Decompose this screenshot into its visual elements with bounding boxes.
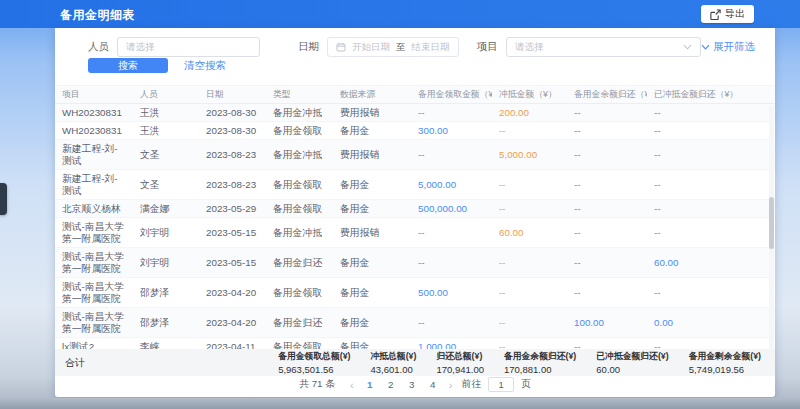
table-cell: 备用金 (333, 200, 411, 217)
expand-filter-link[interactable]: 展开筛选 (701, 40, 755, 54)
table-cell: 备用金冲抵 (266, 146, 333, 163)
search-button[interactable]: 搜索 (88, 58, 168, 73)
table-row[interactable]: WH20230831王洪2023-08-30备用金冲抵费用报销--200.00-… (55, 104, 775, 122)
vertical-scrollbar[interactable] (769, 105, 774, 350)
page-number-1[interactable]: 1 (363, 379, 377, 390)
table-row[interactable]: 测试-南昌大学第一附属医院刘宇明2023-05-15备用金归还备用金------… (55, 248, 775, 278)
table-cell: 刘宇明 (133, 224, 199, 241)
table-cell: 费用报销 (333, 146, 411, 163)
table-row[interactable]: 北京顺义杨林满金娜2023-05-29备用金领取备用金500,000.00---… (55, 200, 775, 218)
table-cell: -- (567, 254, 647, 271)
table-cell: -- (567, 200, 647, 217)
pagination: 共 71 条 ‹ 1234 › 前往 页 (55, 377, 775, 392)
table-row[interactable]: WH20230831王洪2023-08-30备用金领取备用金300.00----… (55, 122, 775, 140)
summary-label: 合计 (65, 356, 85, 370)
summary-stat: 备用金剩余金额(¥)5,749,019.56 (689, 351, 761, 375)
table-row[interactable]: 新建工程-刘-测试文圣2023-08-23备用金领取备用金5,000.00---… (55, 170, 775, 200)
table-cell: 文圣 (133, 176, 199, 193)
column-header: 项目 (55, 89, 133, 101)
table-cell: -- (411, 254, 492, 271)
table-cell: 王洪 (133, 122, 199, 139)
table-cell: 500.00 (411, 284, 492, 301)
table-row[interactable]: 测试-南昌大学第一附属医院邵梦泽2023-04-20备用金领取备用金500.00… (55, 278, 775, 308)
table-cell: -- (647, 176, 775, 193)
table-cell: 2023-05-15 (199, 254, 266, 271)
table-cell: 备用金归还 (266, 314, 333, 331)
table-cell: -- (492, 176, 567, 193)
prev-page-button[interactable]: ‹ (348, 379, 356, 391)
table-cell: -- (492, 314, 567, 331)
project-select[interactable]: 请选择 (506, 37, 701, 57)
table-cell: 备用金 (333, 122, 411, 139)
table-cell: 2023-04-11 (199, 338, 266, 349)
table-cell: 5,000.00 (492, 146, 567, 163)
page-number-4[interactable]: 4 (426, 379, 440, 390)
column-header: 日期 (199, 89, 266, 101)
table-cell: -- (492, 122, 567, 139)
date-end-placeholder: 结束日期 (412, 41, 450, 54)
table-cell: 备用金 (333, 338, 411, 349)
table-cell: 300.00 (411, 122, 492, 139)
total-count: 共 71 条 (299, 378, 335, 391)
clear-search-link[interactable]: 清空搜索 (184, 59, 226, 73)
table-cell: WH20230831 (55, 104, 133, 121)
table-cell: 5,000.00 (411, 176, 492, 193)
export-button[interactable]: 导出 (701, 5, 754, 23)
page-number-2[interactable]: 2 (384, 379, 398, 390)
person-select[interactable]: 请选择 (117, 37, 260, 57)
table-cell: 0.00 (647, 314, 775, 331)
table-cell: 备用金 (333, 284, 411, 301)
table-row[interactable]: 新建工程-刘-测试文圣2023-08-23备用金冲抵费用报销--5,000.00… (55, 140, 775, 170)
summary-stat: 归还总额(¥)170,941.00 (436, 351, 484, 375)
export-label: 导出 (725, 7, 745, 21)
table-cell: 备用金领取 (266, 200, 333, 217)
table-cell: 100.00 (567, 314, 647, 331)
filter-bar: 人员 请选择 日期 开始日期 至 结束日期 (88, 36, 755, 58)
column-header: 冲抵金额（¥） (492, 89, 567, 101)
table-cell: -- (567, 122, 647, 139)
table-cell: 费用报销 (333, 224, 411, 241)
table-cell: 2023-05-29 (199, 200, 266, 217)
table-cell: -- (647, 284, 775, 301)
table-row[interactable]: 测试-南昌大学第一附属医院刘宇明2023-05-15备用金冲抵费用报销--60.… (55, 218, 775, 248)
table-cell: 文圣 (133, 146, 199, 163)
table-cell: -- (411, 224, 492, 241)
goto-page-input[interactable] (488, 377, 514, 392)
table-cell: 邵梦泽 (133, 284, 199, 301)
table-cell: 备用金 (333, 314, 411, 331)
table-cell: 费用报销 (333, 104, 411, 121)
next-page-button[interactable]: › (447, 379, 455, 391)
table-cell: -- (567, 338, 647, 349)
table-body: WH20230831王洪2023-08-30备用金冲抵费用报销--200.00-… (55, 104, 775, 349)
table-cell: 新建工程-刘-测试 (55, 140, 133, 169)
column-header: 数据来源 (333, 89, 411, 101)
column-header: 人员 (133, 89, 199, 101)
summary-stat: 已冲抵金额归还(¥)60.00 (596, 351, 668, 375)
table-cell: 备用金 (333, 254, 411, 271)
date-range-picker[interactable]: 开始日期 至 结束日期 (327, 37, 459, 57)
summary-stat: 备用金领取总额(¥)5,963,501.56 (278, 351, 350, 375)
page-number-3[interactable]: 3 (405, 379, 419, 390)
column-header: 备用金领取金额（¥） (411, 89, 492, 101)
scrollbar-thumb[interactable] (769, 197, 774, 249)
table-cell: -- (492, 200, 567, 217)
table-cell: -- (647, 224, 775, 241)
table-cell: 2023-05-15 (199, 224, 266, 241)
table-row[interactable]: 测试-南昌大学第一附属医院邵梦泽2023-04-20备用金归还备用金----10… (55, 308, 775, 338)
left-drawer-handle[interactable] (0, 183, 7, 215)
table-cell: 新建工程-刘-测试 (55, 170, 133, 199)
table-row[interactable]: lx测试2李峡2023-04-11备用金领取备用金1,000.00------ (55, 338, 775, 349)
table-cell: -- (411, 146, 492, 163)
page-title: 备用金明细表 (60, 7, 135, 24)
table-cell: WH20230831 (55, 122, 133, 139)
chevron-down-icon (683, 44, 692, 50)
export-icon (710, 9, 721, 20)
goto-page-unit: 页 (521, 378, 531, 391)
table-cell: 王洪 (133, 104, 199, 121)
bottom-strip (0, 398, 800, 409)
table-cell: 备用金领取 (266, 284, 333, 301)
table-cell: -- (492, 254, 567, 271)
filter-actions: 搜索 清空搜索 (88, 58, 226, 73)
table-cell: 李峡 (133, 338, 199, 349)
table-cell: 测试-南昌大学第一附属医院 (55, 278, 133, 307)
